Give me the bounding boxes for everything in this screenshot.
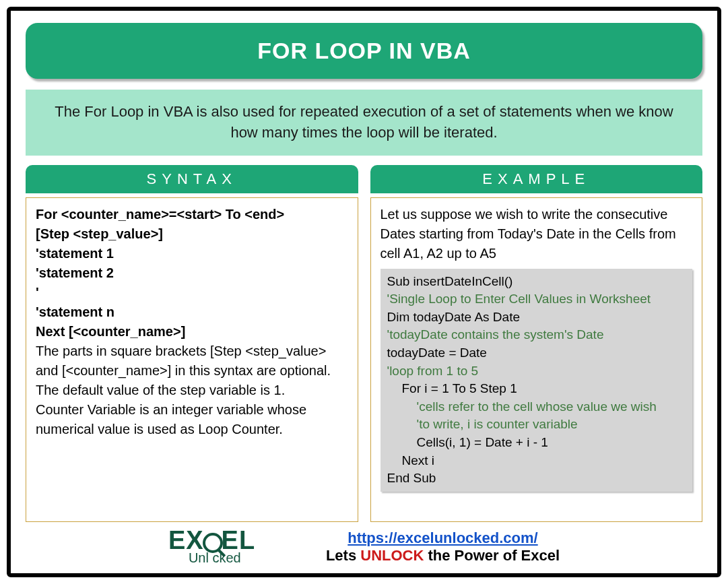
code-comment: 'cells refer to the cell whose value we … xyxy=(387,398,686,416)
brand-logo: EXEL Unl cked xyxy=(168,526,310,568)
syntax-body: For <counter_name>=<start> To <end> [Ste… xyxy=(26,197,358,522)
syntax-note: Counter Variable is an integer variable … xyxy=(36,400,348,439)
syntax-line: 'statement 1 xyxy=(36,244,348,263)
tagline-pre: Lets xyxy=(326,547,360,564)
footer-tagline: Lets UNLOCK the Power of Excel xyxy=(326,547,560,564)
code-line: End Sub xyxy=(387,469,686,488)
website-link[interactable]: https://excelunlocked.com/ xyxy=(348,529,537,546)
syntax-line: For <counter_name>=<start> To <end> xyxy=(36,205,348,224)
code-line: todayDate = Date xyxy=(387,344,686,362)
syntax-note: The default value of the step variable i… xyxy=(36,381,348,400)
syntax-header: SYNTAX xyxy=(26,165,358,193)
code-comment: 'loop from 1 to 5 xyxy=(387,362,686,381)
syntax-column: SYNTAX For <counter_name>=<start> To <en… xyxy=(26,165,358,522)
syntax-line: [Step <step_value>] xyxy=(36,224,348,244)
example-column: EXAMPLE Let us suppose we wish to write … xyxy=(370,165,703,522)
title-banner: FOR LOOP IN VBA xyxy=(26,23,702,79)
syntax-line: Next [<counter_name>] xyxy=(36,322,348,342)
code-line: For i = 1 To 5 Step 1 xyxy=(387,380,686,398)
example-header: EXAMPLE xyxy=(370,165,703,193)
code-line: Sub insertDateInCell() xyxy=(387,273,686,291)
code-comment: 'Single Loop to Enter Cell Values in Wor… xyxy=(387,290,686,309)
syntax-note: The parts in square brackets [Step <step… xyxy=(36,342,348,381)
footer-text: https://excelunlocked.com/ Lets UNLOCK t… xyxy=(326,529,560,564)
example-body: Let us suppose we wish to write the cons… xyxy=(370,197,703,522)
syntax-line: ' xyxy=(36,283,348,302)
code-line: Cells(i, 1) = Date + i - 1 xyxy=(387,434,686,452)
tagline-post: the Power of Excel xyxy=(424,547,560,564)
code-line: Dim todayDate As Date xyxy=(387,309,686,327)
logo-subtext: Unl cked xyxy=(189,550,241,566)
code-comment: 'todayDate contains the system's Date xyxy=(387,326,686,344)
footer: EXEL Unl cked https://excelunlocked.com/… xyxy=(26,526,702,568)
columns-container: SYNTAX For <counter_name>=<start> To <en… xyxy=(26,165,702,522)
tagline-unlock: UNLOCK xyxy=(360,547,424,564)
syntax-line: 'statement 2 xyxy=(36,263,348,283)
code-block: Sub insertDateInCell() 'Single Loop to E… xyxy=(380,269,693,492)
code-comment: 'to write, i is counter variable xyxy=(387,416,686,434)
description-box: The For Loop in VBA is also used for rep… xyxy=(26,90,702,156)
document-frame: FOR LOOP IN VBA The For Loop in VBA is a… xyxy=(7,7,721,577)
example-intro: Let us suppose we wish to write the cons… xyxy=(380,205,693,263)
code-line: Next i xyxy=(387,452,686,470)
syntax-line: 'statement n xyxy=(36,302,348,322)
